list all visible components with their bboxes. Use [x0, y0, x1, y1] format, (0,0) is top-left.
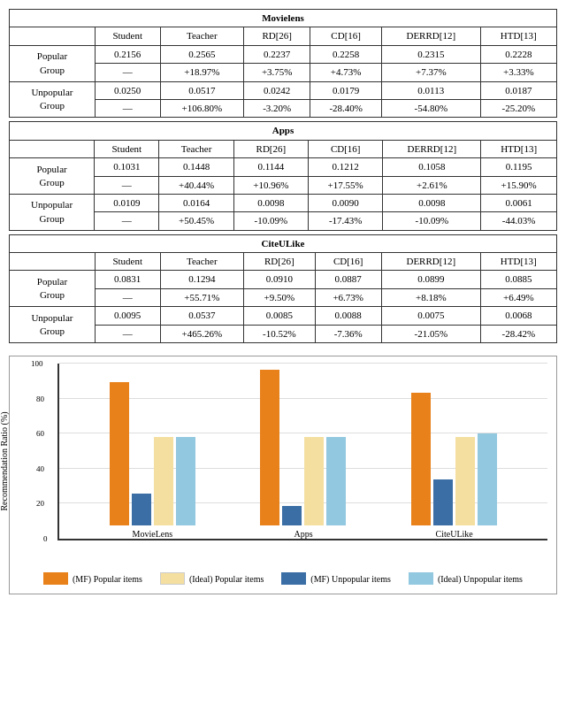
- cite-pop-rd-pct: +9.50%: [244, 288, 316, 306]
- ml-unpop-htd-pct: -25.20%: [480, 99, 556, 117]
- ml-unpop-rd-pct: -3.20%: [244, 99, 310, 117]
- bar-group-citeULike-label: CiteULike: [436, 529, 473, 539]
- bar-apps-ideal-popular: [304, 437, 324, 525]
- apps-table: Apps Student Teacher RD[26] CD[16] DERRD…: [9, 121, 557, 230]
- ml-pop-htd-val: 0.2228: [480, 45, 556, 63]
- ml-popular-group-label: PopularGroup: [10, 45, 96, 81]
- ml-pop-cd-pct: +4.73%: [310, 64, 382, 81]
- ml-unpop-cd-val: 0.0179: [310, 81, 382, 99]
- ml-unpop-cd-pct: -28.40%: [310, 99, 382, 117]
- bar-ml-ideal-unpopular: [176, 437, 195, 525]
- apps-header-rd: RD[26]: [233, 140, 308, 157]
- legend-label-mf-unpopular: (MF) Unpopular items: [310, 574, 391, 584]
- bar-group-movielens: MovieLens: [110, 382, 195, 539]
- apps-unpop-student-val: 0.0109: [95, 194, 159, 211]
- ml-unpop-teacher-pct: +106.80%: [160, 99, 243, 117]
- apps-header-student: Student: [95, 140, 159, 157]
- apps-unpop-teacher-pct: +50.45%: [159, 212, 233, 230]
- cite-unpop-cd-val: 0.0088: [315, 307, 381, 325]
- apps-pop-rd-val: 0.1144: [233, 158, 308, 176]
- apps-header-cd: CD[16]: [309, 140, 383, 157]
- ml-header-teacher: Teacher: [160, 27, 243, 45]
- legend-color-mf-popular: [43, 572, 68, 585]
- y-axis-label: Recommendation Ratio (%): [0, 407, 9, 515]
- apps-unpop-htd-pct: -44.03%: [481, 212, 557, 230]
- bar-cite-mf-unpopular: [433, 479, 453, 525]
- ml-pop-rd-val: 0.2237: [244, 45, 310, 63]
- cite-unpop-teacher-pct: +465.26%: [160, 325, 243, 342]
- apps-unpop-student-pct: —: [95, 212, 159, 230]
- ml-unpop-teacher-val: 0.0517: [160, 81, 243, 99]
- apps-pop-teacher-pct: +40.44%: [159, 176, 233, 194]
- legend-mf-unpopular: (MF) Unpopular items: [281, 572, 391, 585]
- ml-pop-teacher-pct: +18.97%: [160, 64, 243, 81]
- cite-header-cd: CD[16]: [315, 253, 381, 271]
- apps-pop-htd-val: 0.1195: [481, 158, 557, 176]
- legend-label-ideal-unpopular: (Ideal) Unpopular items: [438, 574, 523, 584]
- y-tick-20: 20: [36, 499, 44, 508]
- chart-inner: 100 80 60 40 20 0: [57, 364, 547, 540]
- apps-title: Apps: [10, 122, 557, 140]
- ml-header-derrd: DERRD[12]: [381, 27, 480, 45]
- bar-ml-mf-unpopular: [132, 494, 151, 525]
- y-tick-40: 40: [36, 464, 44, 473]
- bar-cite-ideal-unpopular: [478, 433, 497, 525]
- bar-group-apps: Apps: [260, 370, 346, 539]
- cite-pop-student-pct: —: [95, 288, 160, 306]
- bar-apps-ideal-unpopular: [326, 437, 346, 525]
- apps-unpop-cd-pct: -17.43%: [309, 212, 383, 230]
- apps-unpop-derrd-pct: -10.09%: [383, 212, 481, 230]
- ml-unpop-htd-val: 0.0187: [480, 81, 556, 99]
- ml-unpopular-group-label: UnpopularGroup: [10, 81, 96, 118]
- citeULike-title: CiteULike: [10, 234, 557, 252]
- ml-unpop-student-val: 0.0250: [95, 81, 160, 99]
- ml-unpop-rd-val: 0.0242: [244, 81, 310, 99]
- bar-group-movielens-label: MovieLens: [133, 529, 173, 539]
- ml-pop-rd-pct: +3.75%: [244, 64, 310, 81]
- ml-pop-student-val: 0.2156: [95, 45, 160, 63]
- bar-apps-mf-unpopular: [282, 506, 302, 525]
- cite-unpop-htd-val: 0.0068: [480, 307, 556, 325]
- apps-header-htd: HTD[13]: [481, 140, 557, 157]
- y-tick-100: 100: [31, 359, 43, 368]
- cite-pop-teacher-val: 0.1294: [160, 271, 243, 288]
- apps-unpop-htd-val: 0.0061: [481, 194, 557, 211]
- legend-label-mf-popular: (MF) Popular items: [73, 574, 142, 584]
- apps-pop-derrd-pct: +2.61%: [383, 176, 481, 194]
- cite-header-teacher: Teacher: [160, 253, 243, 271]
- apps-unpop-rd-val: 0.0098: [233, 194, 308, 211]
- apps-header-teacher: Teacher: [159, 140, 233, 157]
- ml-unpop-derrd-pct: -54.80%: [381, 99, 480, 117]
- ml-unpop-student-pct: —: [95, 99, 160, 117]
- legend-color-ideal-unpopular: [409, 572, 433, 585]
- apps-header-0: [10, 140, 95, 157]
- y-tick-60: 60: [36, 429, 44, 438]
- bar-apps-mf-popular: [260, 370, 279, 525]
- cite-unpop-student-val: 0.0095: [95, 307, 160, 325]
- citeULike-table: CiteULike Student Teacher RD[26] CD[16] …: [9, 234, 557, 343]
- apps-pop-student-pct: —: [95, 176, 159, 194]
- movielens-table: Movielens Student Teacher RD[26] CD[16] …: [9, 9, 557, 118]
- chart-section: Recommendation Ratio (%) 100 80 60 40: [9, 356, 557, 594]
- cite-unpop-htd-pct: -28.42%: [480, 325, 556, 342]
- apps-pop-student-val: 0.1031: [95, 158, 159, 176]
- apps-popular-group-label: PopularGroup: [10, 158, 95, 195]
- cite-header-derrd: DERRD[12]: [381, 253, 480, 271]
- apps-unpop-rd-pct: -10.09%: [233, 212, 308, 230]
- cite-pop-derrd-pct: +8.18%: [381, 288, 480, 306]
- apps-pop-cd-pct: +17.55%: [309, 176, 383, 194]
- legend-color-mf-unpopular: [281, 572, 306, 585]
- bar-ml-ideal-popular: [154, 437, 173, 525]
- cite-pop-rd-val: 0.0910: [244, 271, 316, 288]
- legend-ideal-popular: (Ideal) Popular items: [160, 572, 264, 585]
- movielens-title: Movielens: [10, 10, 557, 27]
- cite-unpop-rd-val: 0.0085: [244, 307, 316, 325]
- ml-pop-teacher-val: 0.2565: [160, 45, 243, 63]
- cite-header-rd: RD[26]: [244, 253, 316, 271]
- legend-color-ideal-popular: [160, 572, 185, 585]
- cite-pop-derrd-val: 0.0899: [381, 271, 480, 288]
- apps-pop-derrd-val: 0.1058: [383, 158, 481, 176]
- apps-header-derrd: DERRD[12]: [383, 140, 481, 157]
- cite-pop-cd-pct: +6.73%: [315, 288, 381, 306]
- cite-unpop-student-pct: —: [95, 325, 160, 342]
